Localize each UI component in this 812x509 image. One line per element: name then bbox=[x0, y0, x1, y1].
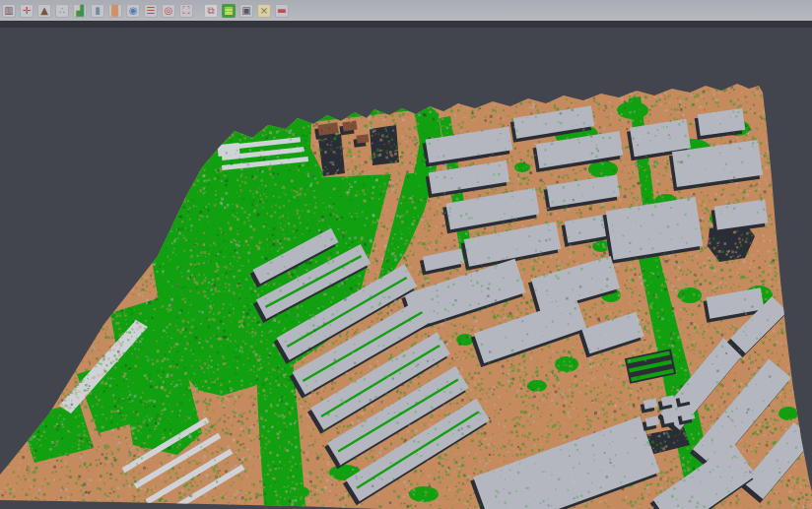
orthophoto-icon[interactable]: ▉ bbox=[108, 4, 122, 18]
measure-icon[interactable]: ▬ bbox=[275, 4, 289, 18]
classification-icon[interactable]: ▦ bbox=[222, 4, 236, 18]
globe-icon[interactable]: ◉ bbox=[126, 4, 140, 18]
class-list-icon[interactable]: ☰ bbox=[144, 4, 158, 18]
open-project-icon[interactable]: ▥ bbox=[2, 4, 16, 18]
erase-icon[interactable]: ⨯ bbox=[257, 4, 271, 18]
viewport-canvas[interactable] bbox=[0, 28, 812, 509]
fit-view-icon[interactable]: ✛ bbox=[20, 4, 34, 18]
point-cloud-icon[interactable]: ∴ bbox=[55, 4, 69, 18]
terrain-icon[interactable]: ▲ bbox=[37, 4, 51, 18]
application-window: ▥✛▲∴▟▮▉◉☰◎⛶⧉▦▣⨯▬ bbox=[0, 0, 812, 509]
clip-box-icon[interactable]: ⧉ bbox=[204, 4, 218, 18]
pick-point-icon[interactable]: ◎ bbox=[162, 4, 175, 18]
mesh-icon[interactable]: ▣ bbox=[239, 4, 253, 18]
3d-viewport[interactable] bbox=[0, 28, 812, 509]
toolbar-edge bbox=[0, 21, 812, 28]
select-area-icon[interactable]: ⛶ bbox=[179, 4, 193, 18]
toolbar: ▥✛▲∴▟▮▉◉☰◎⛶⧉▦▣⨯▬ bbox=[0, 0, 812, 21]
toolbar-separator bbox=[197, 4, 204, 18]
dem-icon[interactable]: ▟ bbox=[73, 4, 87, 18]
profile-icon[interactable]: ▮ bbox=[91, 4, 104, 18]
